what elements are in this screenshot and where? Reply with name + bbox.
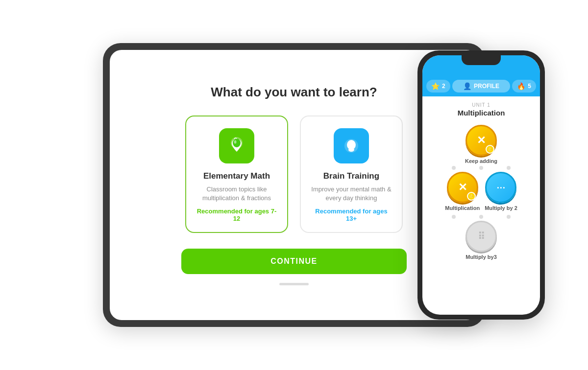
phone-notch bbox=[462, 55, 501, 65]
brain-training-icon bbox=[334, 128, 369, 163]
keep-adding-circle: ✕ ⭐ bbox=[466, 125, 497, 156]
brain-training-rec: Recommended for ages 13+ bbox=[311, 208, 392, 222]
profile-label: PROFILE bbox=[474, 83, 499, 90]
multiply-by-2-icon: ⋯ bbox=[496, 182, 506, 193]
svg-point-1 bbox=[233, 139, 241, 147]
elementary-math-title: Elementary Math bbox=[203, 171, 270, 181]
multiply-by-3-circle: ⠿ bbox=[466, 221, 497, 252]
phone-content: UNIT 1 Multiplication ✕ ⭐ Keep adding bbox=[422, 96, 540, 315]
multiplication-icon: ✕ bbox=[458, 181, 467, 194]
multiply-by-3-icon: ⠿ bbox=[478, 231, 485, 242]
scene: What do you want to learn? Elementary Ma bbox=[0, 0, 588, 370]
node-multiply-by-3[interactable]: ⠿ Multiply by3 bbox=[466, 221, 497, 260]
elementary-math-rec: Recommended for ages 7-12 bbox=[196, 208, 277, 222]
brain-training-desc: Improve your mental math & every day thi… bbox=[311, 185, 392, 203]
row-mult-and-mult2: ✕ ⭐ Multiplication ⋯ Multiply by 2 bbox=[430, 172, 532, 211]
multiplication-star: ⭐ bbox=[467, 192, 476, 201]
svg-rect-6 bbox=[350, 149, 353, 151]
elementary-math-desc: Classroom topics like multiplication & f… bbox=[196, 185, 277, 203]
flame-icon: 🔥 bbox=[517, 82, 525, 90]
brain-training-title: Brain Training bbox=[323, 171, 379, 181]
scroll-indicator bbox=[279, 283, 309, 285]
dot bbox=[452, 166, 456, 170]
stars-count: 2 bbox=[442, 83, 445, 90]
dot bbox=[507, 166, 511, 170]
tablet-question-title: What do you want to learn? bbox=[211, 85, 377, 100]
phone-topbar: ⭐ 2 👤 PROFILE 🔥 5 bbox=[422, 77, 540, 96]
dot bbox=[479, 166, 483, 170]
keep-adding-icon: ✕ bbox=[477, 134, 486, 147]
profile-button[interactable]: 👤 PROFILE bbox=[452, 80, 511, 92]
dot bbox=[452, 215, 456, 219]
phone-device: ⭐ 2 👤 PROFILE 🔥 5 UNIT 1 Multiplication bbox=[417, 50, 545, 320]
elementary-math-icon bbox=[219, 128, 254, 163]
path-dots-1 bbox=[430, 166, 532, 170]
stars-button[interactable]: ⭐ 2 bbox=[426, 80, 450, 92]
learning-path: ✕ ⭐ Keep adding bbox=[430, 125, 532, 260]
flames-button[interactable]: 🔥 5 bbox=[512, 80, 536, 92]
dot bbox=[479, 215, 483, 219]
node-keep-adding[interactable]: ✕ ⭐ Keep adding bbox=[465, 125, 497, 164]
dot bbox=[507, 215, 511, 219]
cards-row: Elementary Math Classroom topics like mu… bbox=[185, 116, 403, 233]
svg-point-2 bbox=[234, 140, 237, 143]
unit-label: UNIT 1 bbox=[472, 102, 490, 108]
unit-title: Multiplication bbox=[458, 109, 505, 117]
node-multiplication[interactable]: ✕ ⭐ Multiplication bbox=[445, 172, 480, 211]
multiply-by-3-label: Multiply by3 bbox=[466, 254, 497, 260]
card-elementary-math[interactable]: Elementary Math Classroom topics like mu… bbox=[185, 116, 288, 233]
keep-adding-label: Keep adding bbox=[465, 158, 497, 164]
keep-adding-star: ⭐ bbox=[486, 145, 494, 154]
profile-icon: 👤 bbox=[463, 82, 471, 90]
multiply-by-2-circle: ⋯ bbox=[485, 172, 516, 203]
path-dots-2 bbox=[430, 215, 532, 219]
multiply-by-2-label: Multiply by 2 bbox=[485, 205, 517, 211]
multiplication-circle: ✕ ⭐ bbox=[447, 172, 478, 203]
star-icon: ⭐ bbox=[431, 82, 440, 90]
continue-button[interactable]: CONTINUE bbox=[181, 249, 407, 274]
node-multiply-by-2[interactable]: ⋯ Multiply by 2 bbox=[485, 172, 517, 211]
multiplication-label: Multiplication bbox=[445, 205, 480, 211]
phone-screen: ⭐ 2 👤 PROFILE 🔥 5 UNIT 1 Multiplication bbox=[422, 55, 540, 315]
flames-count: 5 bbox=[528, 83, 531, 90]
phone-notch-bar bbox=[422, 55, 540, 77]
card-brain-training[interactable]: Brain Training Improve your mental math … bbox=[300, 116, 403, 233]
